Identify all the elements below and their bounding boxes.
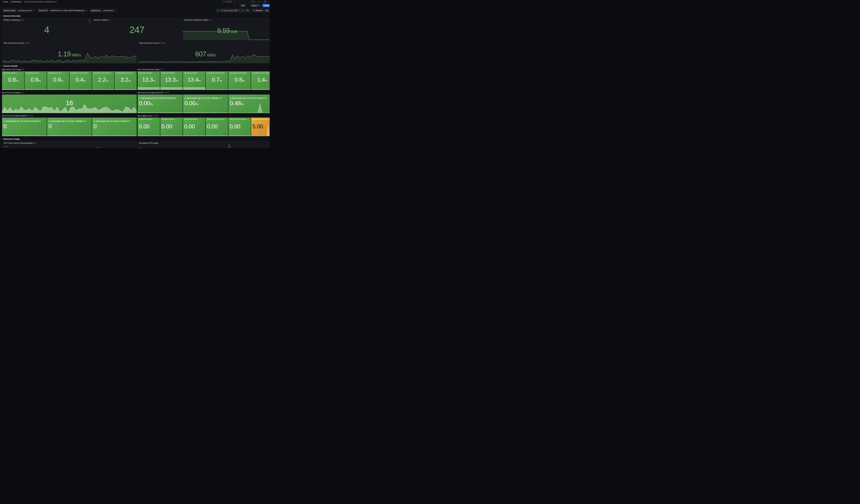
favorite-star-icon[interactable]: ☆ (234, 4, 236, 6)
stat-tile[interactable]: c-siennaaws-bj-14-keeper-1 13.4% (183, 71, 205, 90)
info-icon[interactable] (22, 92, 24, 93)
document-icon[interactable] (163, 42, 164, 44)
time-range-picker[interactable]: Last 1 hour UTC (219, 9, 241, 12)
panel-title: Data selected per second (4, 42, 24, 44)
breadcrumb-separator-icon: › (9, 1, 10, 3)
panel-menu-kebab-icon[interactable]: ⋮ (89, 18, 91, 23)
breadcrumb-home[interactable]: Home (3, 1, 8, 3)
panel-title: Max Percent of Failed SELECTs (138, 92, 163, 94)
tile-label: c-siennaaws-bj-14-keeper-2 (26, 72, 46, 74)
stat-tile[interactable]: c-siennaaws-bj-14-keeper-1 0.00 (183, 118, 205, 136)
document-icon[interactable] (34, 142, 36, 144)
stat-tile[interactable]: c-siennaaws-bj-14-server-eatohcf-0 1.4% (251, 71, 270, 90)
stat-tile[interactable]: c-siennaaws-bj-14-server-eatohcf-0 3.2% (115, 71, 137, 90)
stat-tile[interactable]: c-siennaaws-bj-14-server-t01bvk5-0 0 (2, 118, 47, 136)
search-input[interactable] (226, 1, 250, 3)
stat-tile[interactable]: c-siennaaws-bj-14-server-t01bvk5-0 0.00 (206, 118, 228, 136)
breadcrumb-current-dashboard: Prom-Exporter Instance Dashboard v2 (25, 1, 57, 3)
stat-tile[interactable]: c-siennaaws-bj-14-server-mjbqbrz-0 0.00% (183, 94, 228, 113)
info-icon[interactable] (23, 69, 24, 70)
tile-label: c-siennaaws-bj-14-keeper-0 (3, 72, 24, 74)
panel-total-mergetree-data: Total data in MergeTree tables 9.59GiB (183, 18, 270, 40)
stat-tile[interactable]: c-siennaaws-bj-14-keeper-0 13.3% (138, 71, 160, 90)
stat-tile[interactable]: c-siennaaws-bj-14-keeper-0 0.00 (138, 118, 160, 136)
export-button[interactable]: Export (250, 4, 261, 7)
stat-tile[interactable]: c-siennaaws-bj-14-keeper-2 13.3% (160, 71, 183, 90)
chevron-down-icon (33, 10, 34, 11)
tile-label: c-siennaaws-bj-14-keeper-2 (161, 118, 182, 120)
variable-value: 43693ed4-a71c-43fc-93f9-f04a0bd8ca91 (50, 10, 84, 12)
info-icon[interactable] (153, 115, 155, 117)
info-icon[interactable] (109, 19, 110, 21)
edit-button[interactable]: Edit (240, 4, 246, 7)
variable-service-name: Service Name siennaaws-bj-14 (2, 9, 36, 12)
document-icon[interactable] (28, 42, 29, 44)
stat-tile[interactable]: c-siennaaws-bj-14-server-t01bvk5-0 0.00% (138, 94, 183, 113)
stat-tile[interactable]: c-siennaaws-bj-14-server-mjbqbrz-0 0.00 (228, 118, 251, 136)
panel-title: Max Percent of Failed INSERTs (2, 115, 27, 117)
section-service-health[interactable]: Service Health (1, 65, 270, 68)
help-icon[interactable]: ? (264, 1, 266, 3)
variable-value-dropdown[interactable]: prometheus (102, 9, 117, 12)
add-button[interactable]: + (258, 0, 261, 3)
document-icon[interactable] (167, 92, 169, 93)
tile-label: c-siennaaws-bj-14-server-mjbqbrz-0 (93, 72, 114, 74)
stat-tile[interactable]: c-siennaaws-bj-14-server-t01bvk5-0 0.7% (206, 71, 228, 90)
panel-title: Data inserted per second (139, 42, 159, 44)
stat-tile[interactable]: c-siennaaws-bj-14-keeper-2 0.00 (160, 118, 183, 136)
info-icon[interactable] (161, 69, 162, 70)
parts-stat-tile[interactable]: 16 (2, 94, 137, 113)
variable-label: Service Name (2, 9, 17, 12)
tile-value: 0 (92, 123, 137, 129)
stat-tile[interactable]: c-siennaaws-bj-14-server-eatohcf-0 0 (92, 118, 137, 136)
tile-value: 0.00% (183, 100, 228, 106)
tile-value: 0.4% (70, 77, 92, 82)
time-shift-back-button[interactable]: « (216, 9, 219, 12)
variable-value-dropdown[interactable]: 43693ed4-a71c-43fc-93f9-f04a0bd8ca91 (49, 9, 88, 12)
breadcrumb: Home › Dashboards › Prom-Exporter Instan… (3, 1, 57, 3)
stat-tile[interactable]: c-siennaaws-bj-14-server-mjbqbrz-0 0 (47, 118, 92, 136)
panel-max-parts-per-partition: Max Parts Per Partition 16 (2, 91, 137, 114)
refresh-button[interactable]: Refresh (252, 9, 264, 12)
zoom-out-icon[interactable] (245, 9, 250, 12)
info-icon[interactable] (25, 42, 27, 44)
tile-label: c-siennaaws-bj-14-server-t01bvk5-0 (4, 120, 46, 122)
info-icon[interactable] (209, 19, 211, 21)
stat-tile[interactable]: c-siennaaws-bj-14-keeper-2 0.8% (25, 71, 47, 90)
info-icon[interactable] (164, 92, 166, 93)
export-label: Export (252, 4, 257, 6)
breadcrumb-dashboards[interactable]: Dashboards (11, 1, 21, 3)
variable-value-dropdown[interactable]: siennaaws-bj-14 (17, 9, 35, 12)
time-shift-forward-button[interactable]: » (241, 9, 245, 12)
tile-label: c-siennaaws-bj-14-server-mjbqbrz-0 (229, 118, 250, 120)
panel-max-failed-selects: Max Percent of Failed SELECTs c-siennaaw… (138, 91, 270, 114)
section-title: Service Overview (3, 15, 20, 17)
stat-tile[interactable]: c-siennaaws-bj-14-server-eatohcf-0 0.48% (228, 94, 270, 113)
tile-value: 3.2% (115, 77, 137, 82)
stat-tile[interactable]: c-siennaaws-bj-14-keeper-1 0.9% (47, 71, 69, 90)
share-button[interactable]: Share (262, 4, 270, 7)
section-service-overview[interactable]: Service Overview (1, 15, 270, 17)
refresh-interval-dropdown[interactable]: 30s (264, 9, 270, 12)
tile-label: c-siennaaws-bj-14-keeper-1 (48, 72, 69, 74)
stat-tile[interactable]: c-siennaaws-bj-14-server-eatohcf-0 5.00 (251, 118, 270, 136)
info-icon[interactable] (28, 115, 30, 117)
tile-value: 13.3% (160, 77, 183, 82)
info-icon[interactable] (22, 19, 24, 21)
chevron-down-icon (269, 10, 270, 11)
tile-value: 5.00 (251, 123, 270, 129)
grafana-dashboard: Home › Dashboards › Prom-Exporter Instan… (0, 0, 270, 148)
document-icon[interactable] (156, 115, 158, 117)
stat-tile[interactable]: c-siennaaws-bj-14-server-mjbqbrz-0 2.2% (92, 71, 114, 90)
tile-label: c-siennaaws-bj-14-keeper-1 (184, 118, 205, 120)
stat-tile[interactable]: c-siennaaws-bj-14-server-t01bvk5-0 0.4% (70, 71, 92, 90)
tile-value: 0.00 (206, 123, 228, 129)
search-box[interactable]: ⌘+k (222, 0, 256, 3)
section-resource-usage[interactable]: Resource Usage (1, 138, 270, 140)
stat-tile[interactable]: c-siennaaws-bj-14-server-mjbqbrz-0 0.8% (228, 71, 251, 90)
info-icon[interactable] (160, 42, 162, 44)
chevron-down-icon (260, 1, 261, 2)
search-icon (224, 1, 225, 3)
stat-tile[interactable]: c-siennaaws-bj-14-keeper-0 0.8% (2, 71, 24, 90)
document-icon[interactable] (31, 115, 33, 117)
